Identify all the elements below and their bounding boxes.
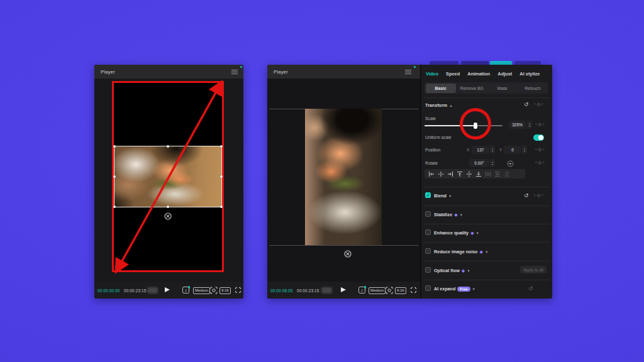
blend-label[interactable]: Blend▼ (434, 193, 452, 199)
settings-subtabs: Basic Remove BG Mask Retouch (425, 82, 548, 94)
subtab-retouch[interactable]: Retouch (518, 82, 548, 94)
distribute-spacing-icon[interactable] (504, 171, 510, 177)
position-x-field[interactable]: 137 (472, 146, 489, 154)
keyframe-control[interactable]: ‹◇› (535, 160, 545, 165)
keyframe-control[interactable]: ‹◇› (534, 193, 543, 198)
align-left-icon[interactable] (428, 171, 435, 177)
aspect-ratio-badge[interactable]: 9:16 (219, 287, 231, 294)
apply-to-all-button[interactable]: Apply to all (520, 266, 547, 273)
left-player-toolbar: 00:00:00:00 00:00:23:15 ♪ Medium 9:16 (94, 282, 243, 299)
ai-expand-label[interactable]: AI expandFree▼ (434, 286, 475, 292)
reduce-noise-label[interactable]: Reduce image noise◆▼ (434, 249, 488, 255)
subtab-basic[interactable]: Basic (426, 84, 456, 93)
duration-timecode: 00:00:23:15 (297, 288, 319, 293)
fullscreen-icon[interactable] (410, 287, 417, 293)
align-bottom-icon[interactable] (475, 171, 482, 177)
hamburger-icon[interactable] (405, 70, 411, 70)
focus-icon[interactable] (210, 287, 218, 294)
scale-stepper[interactable]: ▴▾ (527, 121, 532, 129)
hamburger-icon[interactable] (231, 70, 238, 70)
section-ai-expand: AI expandFree▼ ↺ (421, 282, 552, 295)
caret-down-icon: ▼ (467, 269, 470, 273)
keyframe-control[interactable]: ‹◇› (535, 147, 545, 152)
rotate-stepper[interactable]: ▴▾ (490, 159, 495, 167)
distribute-vertical-icon[interactable] (494, 171, 501, 177)
subtab-mask[interactable]: Mask (487, 82, 518, 94)
step-down-icon: ▾ (492, 163, 493, 166)
scale-value-field[interactable]: 325% (509, 121, 526, 129)
status-dot (414, 66, 416, 68)
align-right-icon[interactable] (447, 171, 453, 177)
reduce-noise-checkbox[interactable] (425, 248, 431, 254)
rotation-dial-icon[interactable] (507, 160, 514, 167)
align-center-horizontal-icon[interactable] (438, 171, 444, 177)
music-note-icon[interactable]: ♪ (182, 287, 189, 293)
video-frame[interactable] (305, 109, 382, 245)
toggle-knob (538, 135, 543, 140)
tab-adjust[interactable]: Adjust (497, 71, 512, 77)
transform-title[interactable]: Transform▲ (425, 102, 453, 108)
caret-down-icon: ▼ (485, 250, 488, 254)
position-y-field[interactable]: 0 (504, 146, 521, 154)
aspect-ratio-badge[interactable]: 9:16 (395, 287, 406, 294)
optical-flow-checkbox[interactable] (425, 267, 431, 273)
focus-icon[interactable] (386, 287, 393, 294)
play-button[interactable] (341, 287, 346, 292)
right-player-preview (267, 79, 420, 282)
quality-badge[interactable]: Medium (193, 287, 210, 294)
play-button[interactable] (165, 287, 170, 292)
keyframe-control[interactable]: ‹◇› (535, 122, 545, 127)
tab-video[interactable]: Video (426, 71, 438, 77)
blend-checkbox[interactable]: ✓ (425, 192, 431, 198)
premium-gem-icon: ◆ (480, 250, 483, 254)
ai-expand-checkbox[interactable] (425, 285, 431, 291)
position-x-stepper[interactable]: ▴▾ (490, 146, 495, 154)
enhance-quality-checkbox[interactable] (425, 229, 431, 235)
caret-down-icon: ▼ (472, 287, 475, 291)
stabilize-checkbox[interactable] (425, 211, 431, 217)
subtab-remove-bg[interactable]: Remove BG (457, 82, 487, 94)
status-dot (240, 66, 242, 68)
section-reduce-noise: Reduce image noise◆▼ (421, 244, 552, 258)
current-timecode: 00:00:00:00 (97, 288, 119, 293)
reset-icon[interactable]: ↺ (524, 101, 529, 107)
right-player-toolbar: 00:00:08:05 00:00:23:15 ♪ Medium 9:16 (267, 282, 420, 299)
annotation-arrow (94, 79, 243, 282)
keyframe-diamond-icon: ◇ (537, 193, 540, 198)
reset-icon[interactable]: ↺ (524, 192, 529, 199)
align-center-vertical-icon[interactable] (466, 171, 472, 177)
left-player-preview (94, 79, 243, 282)
blurred-control (321, 287, 332, 293)
transform-header-row: Transform▲ ↺ ‹◇› (421, 100, 552, 110)
divider (424, 97, 550, 98)
disable-overlay-icon[interactable] (343, 250, 352, 258)
tab-animation[interactable]: Animation (467, 71, 490, 77)
alignment-toolbar (425, 169, 525, 178)
enhance-quality-label[interactable]: Enhance quality◆▼ (434, 230, 479, 236)
notification-dot (364, 286, 367, 288)
right-player-header: Player (267, 65, 420, 79)
divider (424, 224, 550, 224)
music-note-icon[interactable]: ♪ (358, 287, 365, 293)
stabilize-label[interactable]: Stabilize◆▼ (434, 212, 463, 217)
free-badge: Free (457, 287, 470, 292)
distribute-horizontal-icon[interactable] (485, 171, 491, 177)
reset-icon[interactable]: ↺ (528, 285, 533, 292)
position-row: Position X 137 ▴▾ Y 0 ▴▾ ‹◇› (421, 145, 552, 155)
tab-speed[interactable]: Speed (446, 71, 460, 77)
fullscreen-icon[interactable] (235, 287, 242, 293)
align-top-icon[interactable] (457, 171, 463, 177)
section-enhance-quality: Enhance quality◆▼ (421, 226, 552, 239)
y-axis-label: Y (499, 148, 502, 152)
keyframe-control[interactable]: ‹◇› (534, 102, 543, 107)
quality-badge[interactable]: Medium (369, 287, 386, 294)
tab-ai-stylize[interactable]: AI stylize (519, 71, 540, 77)
position-y-stepper[interactable]: ▴▾ (522, 146, 527, 154)
uniform-scale-toggle[interactable] (533, 134, 544, 141)
section-stabilize: Stabilize◆▼ (421, 207, 552, 221)
rotate-value-field[interactable]: 0.00° (469, 159, 489, 167)
left-player-window: Player (94, 65, 243, 299)
premium-gem-icon: ◆ (470, 231, 474, 235)
rotate-label: Rotate (425, 161, 438, 165)
optical-flow-label[interactable]: Optical flow◆▼ (434, 268, 470, 273)
